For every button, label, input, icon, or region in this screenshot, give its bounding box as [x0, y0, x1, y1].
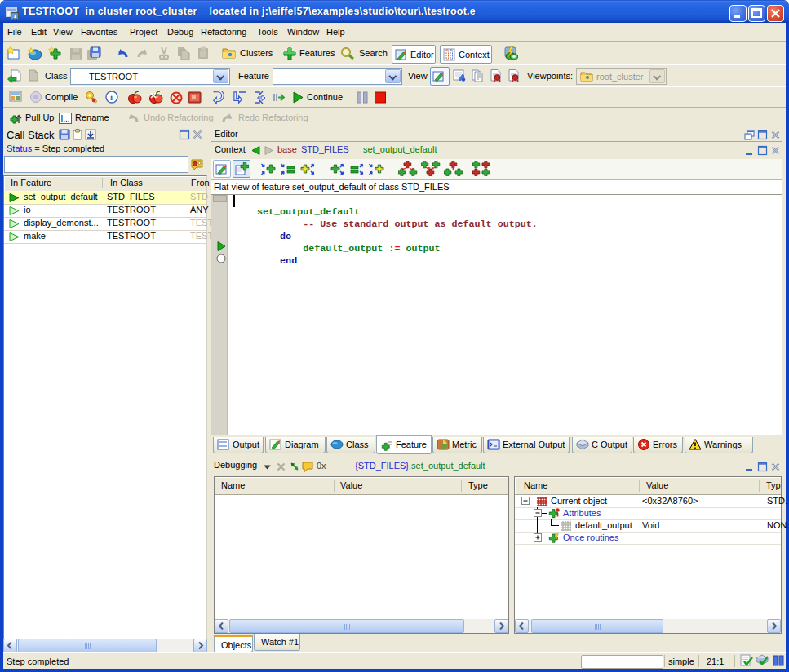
svg-text:I...: I... — [61, 114, 70, 123]
svg-text:i: i — [110, 92, 113, 102]
